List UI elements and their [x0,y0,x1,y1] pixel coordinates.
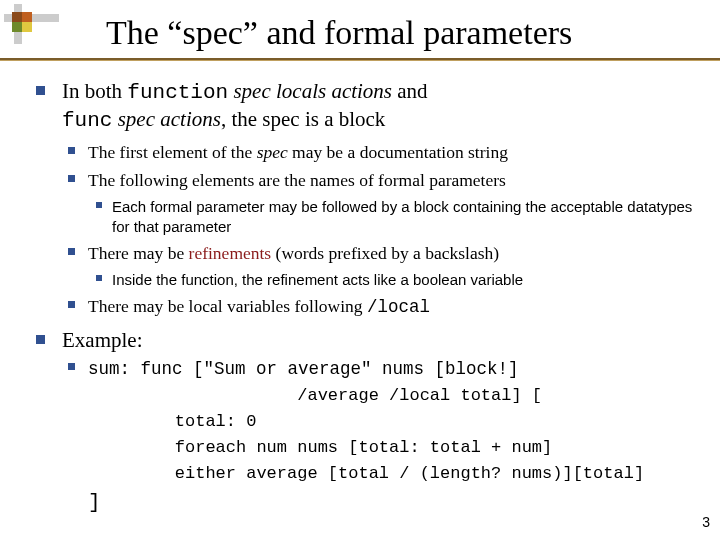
page-number: 3 [702,514,710,530]
bullet-level2: There may be refinements (words prefixed… [36,242,702,265]
bullet-icon [68,248,75,255]
text: Example: [62,328,142,352]
text-italic: spec actions [118,107,221,131]
code-line: foreach num nums [total: total + num] [36,437,702,459]
title-underline [0,58,720,61]
text-italic: spec [257,142,288,162]
bullet-icon [96,202,102,208]
bullet-icon [36,335,45,344]
code-line: sum: func ["Sum or average" nums [block!… [88,359,519,379]
bullet-icon [68,301,75,308]
bullet-level1-cont: func spec actions, the spec is a block [36,106,702,134]
text-italic: spec locals actions [233,79,392,103]
bullet-icon [68,363,75,370]
corner-logo-icon [4,4,74,54]
bullet-icon [68,147,75,154]
bullet-level1: In both function spec locals actions and [36,78,702,106]
bullet-icon [96,275,102,281]
bullet-level3: Each formal parameter may be followed by… [36,197,702,236]
text: There may be [88,243,189,263]
bullet-level1: Example: [36,327,702,353]
text: Each formal parameter may be followed by… [112,198,692,235]
bullet-level3: Inside the function, the refinement acts… [36,270,702,290]
bullet-level2: sum: func ["Sum or average" nums [block!… [36,357,702,381]
bullet-icon [36,86,45,95]
text: (words prefixed by a backslash) [271,243,499,263]
code-line: total: 0 [36,411,702,433]
text: Inside the function, the refinement acts… [112,271,523,288]
code-line: /average /local total] [ [36,385,702,407]
code-inline: func [62,109,112,132]
bullet-level2: The following elements are the names of … [36,169,702,192]
slide-body: In both function spec locals actions and… [36,78,702,517]
text-refinement: refinements [189,243,272,263]
code-line: either average [total / (length? nums)][… [36,463,702,485]
slide-title: The “spec” and formal parameters [106,14,572,52]
text: There may be local variables following [88,296,367,316]
code-inline: function [127,81,228,104]
code-line: ] [36,489,702,516]
bullet-level2: The first element of the spec may be a d… [36,141,702,164]
text: and [392,79,428,103]
bullet-level2: There may be local variables following /… [36,295,702,319]
text: The first element of the [88,142,257,162]
text: , the spec is a block [221,107,385,131]
bullet-icon [68,175,75,182]
text: In both [62,79,127,103]
text: The following elements are the names of … [88,170,506,190]
text: may be a documentation string [288,142,508,162]
code-inline: /local [367,297,430,317]
